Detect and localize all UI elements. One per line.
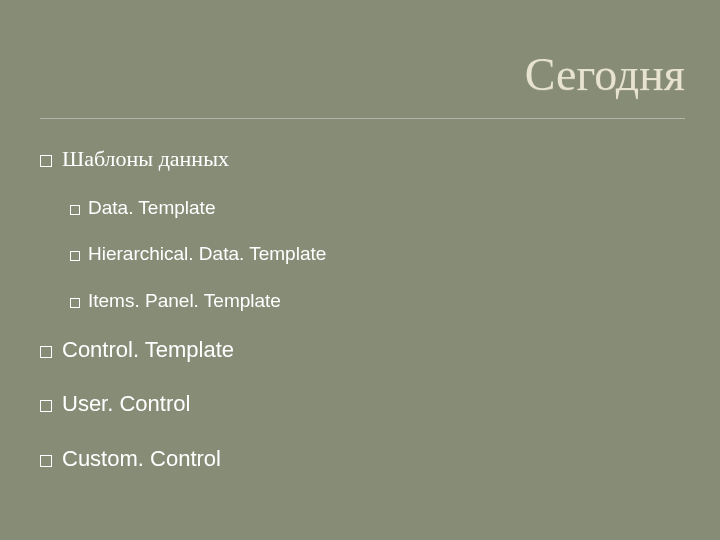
square-bullet-icon (70, 205, 80, 215)
slide-title: Сегодня (525, 48, 685, 101)
item-label: Data. Template (88, 196, 215, 221)
bullet-list: Шаблоны данных Data. Template Hierarchic… (40, 145, 680, 499)
list-item: User. Control (40, 390, 680, 419)
square-bullet-icon (70, 298, 80, 308)
square-bullet-icon (40, 455, 52, 467)
list-item: Custom. Control (40, 445, 680, 474)
list-item: Data. Template (70, 196, 680, 221)
square-bullet-icon (40, 155, 52, 167)
item-label: Control. Template (62, 336, 234, 365)
list-item: Шаблоны данных (40, 145, 680, 174)
item-label: User. Control (62, 390, 190, 419)
list-item: Hierarchical. Data. Template (70, 242, 680, 267)
square-bullet-icon (40, 400, 52, 412)
item-label: Items. Panel. Template (88, 289, 281, 314)
item-label: Custom. Control (62, 445, 221, 474)
list-item: Control. Template (40, 336, 680, 365)
square-bullet-icon (40, 346, 52, 358)
list-item: Items. Panel. Template (70, 289, 680, 314)
item-label: Hierarchical. Data. Template (88, 242, 326, 267)
square-bullet-icon (70, 251, 80, 261)
item-label: Шаблоны данных (62, 145, 229, 174)
title-divider (40, 118, 685, 119)
